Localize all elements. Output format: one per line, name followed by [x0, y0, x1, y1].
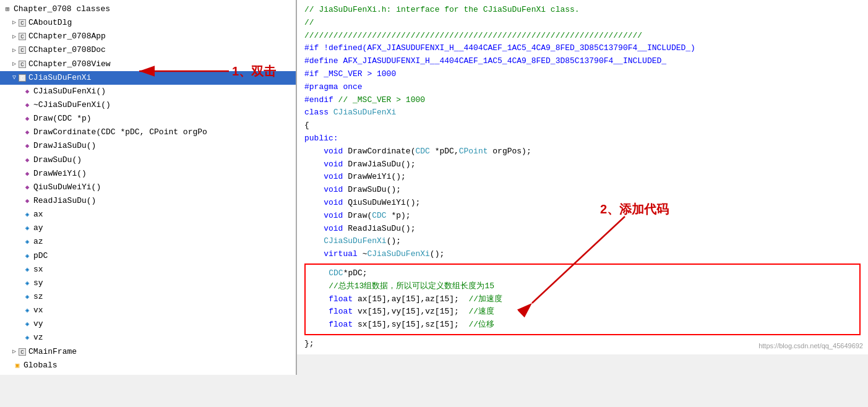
- code-line: #define AFX_JIASUDUFENXI_H__4404CAEF_1AC…: [304, 55, 861, 68]
- field-icon: ◈: [22, 210, 32, 219]
- code-line: float vx[15],vy[15],vz[15]; //速度: [309, 306, 856, 319]
- code-line: //总共13组数据，所以可以定义数组长度为15: [309, 280, 856, 293]
- tree-item-sx[interactable]: ◈sx: [0, 263, 296, 276]
- code-line: #endif // _MSC_VER > 1000: [304, 94, 861, 107]
- tree-item-drawweiyi[interactable]: ◆DrawWeiYi(): [0, 167, 296, 181]
- tree-item-draw[interactable]: ◆Draw(CDC *p): [0, 112, 296, 126]
- tree-item-label: ay: [33, 222, 43, 234]
- tree-item-label: DrawWeiYi(): [33, 168, 87, 180]
- method-icon: ◆: [22, 142, 32, 150]
- tree-item-label: CChapter_0708View: [28, 58, 111, 71]
- tree-item-cchapter0708doc[interactable]: ▷CCChapter_0708Doc: [0, 43, 296, 57]
- code-line: virtual ~CJiaSuDuFenXi();: [304, 248, 861, 261]
- tree-item-label: sx: [33, 263, 43, 276]
- method-icon: ◆: [22, 101, 32, 109]
- code-editor-panel[interactable]: // JiaSuDuFenXi.h: interface for the CJi…: [297, 0, 868, 354]
- tree-item-caboutdlg[interactable]: ▷CCAboutDlg: [0, 16, 296, 30]
- field-icon: ◈: [22, 265, 32, 274]
- field-icon: ◈: [22, 279, 32, 288]
- tree-item-label: CMainFrame: [28, 346, 77, 358]
- code-line: void DrawJiaSuDu();: [304, 158, 861, 171]
- root-icon: ⊞: [2, 5, 12, 14]
- method-icon: ◆: [22, 183, 32, 192]
- plus-icon: ▷: [12, 59, 16, 69]
- method-icon: ◆: [22, 197, 32, 205]
- tree-item-vx[interactable]: ◈vx: [0, 304, 296, 317]
- tree-item-drawsudu[interactable]: ◆DrawSuDu(): [0, 153, 296, 167]
- tree-item-label: ax: [33, 208, 43, 221]
- tree-item-label: Globals: [24, 359, 58, 372]
- code-line: class CJiaSuDuFenXi: [304, 106, 861, 119]
- tree-item-drawjiasude[interactable]: ◆DrawJiaSuDu(): [0, 139, 296, 153]
- field-icon: ◈: [22, 238, 32, 246]
- tree-item-az[interactable]: ◈az: [0, 235, 296, 249]
- tree-item-root[interactable]: ⊞Chapter_0708 classes: [0, 2, 296, 16]
- code-line: void DrawCordinate(CDC *pDC,CPoint orgPo…: [304, 145, 861, 158]
- tree-item-vz[interactable]: ◈vz: [0, 331, 296, 345]
- tree-item-cchapter0708app[interactable]: ▷CCChapter_0708App: [0, 30, 296, 43]
- tree-item-ay[interactable]: ◈ay: [0, 221, 296, 235]
- tree-item-cjiasudu[interactable]: ▽CCJiaSuDuFenXi: [0, 71, 296, 85]
- code-line: float ax[15],ay[15],az[15]; //加速度: [309, 293, 856, 306]
- plus-icon: ▷: [12, 18, 16, 28]
- plus-icon: ▷: [12, 32, 16, 42]
- tree-item-label: Chapter_0708 classes: [14, 3, 110, 15]
- tree-item-label: DrawCordinate(CDC *pDC, CPoint orgPo: [33, 126, 207, 139]
- tree-item-globals[interactable]: ▣Globals: [0, 359, 296, 372]
- code-line: CDC*pDC;: [309, 267, 856, 280]
- minus-icon: ▽: [12, 73, 16, 83]
- class-icon: C: [17, 19, 27, 27]
- tree-item-label: DrawSuDu(): [33, 154, 82, 166]
- code-line: #if _MSC_VER > 1000: [304, 68, 861, 81]
- field-icon: ◈: [22, 252, 32, 260]
- code-line: void QiuSuDuWeiYi();: [304, 197, 861, 210]
- tree-item-label: QiuSuDuWeiYi(): [33, 181, 101, 194]
- tree-item-sy[interactable]: ◈sy: [0, 276, 296, 290]
- tree-item-ax[interactable]: ◈ax: [0, 208, 296, 221]
- tree-item-vy[interactable]: ◈vy: [0, 317, 296, 331]
- tree-item-label: az: [33, 236, 43, 248]
- tree-item-label: CJiaSuDuFenXi: [28, 72, 91, 84]
- class-tree-panel[interactable]: ⊞Chapter_0708 classes▷CCAboutDlg▷CCChapt…: [0, 0, 297, 375]
- tree-item-destructor[interactable]: ◆~CJiaSuDuFenXi(): [0, 98, 296, 112]
- tree-item-drawcordinate[interactable]: ◆DrawCordinate(CDC *pDC, CPoint orgPo: [0, 126, 296, 139]
- folder-icon: ▣: [12, 361, 22, 370]
- class-icon: C: [17, 74, 27, 82]
- field-icon: ◈: [22, 306, 32, 315]
- tree-item-label: ReadJiaSuDu(): [33, 195, 96, 207]
- tree-item-label: vx: [33, 304, 43, 317]
- tree-item-label: Draw(CDC *p): [33, 113, 92, 125]
- code-line: #if !defined(AFX_JIASUDUFENXI_H__4404CAE…: [304, 42, 861, 55]
- tree-item-sz[interactable]: ◈sz: [0, 290, 296, 304]
- tree-item-pdc[interactable]: ◈pDC: [0, 249, 296, 263]
- code-line: // JiaSuDuFenXi.h: interface for the CJi…: [304, 4, 861, 17]
- tree-item-label: sy: [33, 277, 43, 289]
- code-line: {: [304, 119, 861, 132]
- method-icon: ◆: [22, 128, 32, 137]
- tree-item-label: vy: [33, 318, 43, 330]
- right-panel-wrapper: // JiaSuDuFenXi.h: interface for the CJi…: [297, 0, 868, 407]
- class-icon: C: [17, 32, 27, 41]
- code-line: void DrawWeiYi();: [304, 171, 861, 184]
- plus-icon: ▷: [12, 347, 16, 357]
- field-icon: ◈: [22, 293, 32, 301]
- tree-item-label: CJiaSuDuFenXi(): [33, 85, 106, 98]
- tree-item-cmainframe[interactable]: ▷CCMainFrame: [0, 345, 296, 359]
- code-line: float sx[15],sy[15],sz[15]; //位移: [309, 319, 856, 332]
- tree-item-cchapter0708view[interactable]: ▷CCChapter_0708View: [0, 58, 296, 71]
- method-icon: ◆: [22, 169, 32, 178]
- field-icon: ◈: [22, 224, 32, 233]
- tree-item-qiusuduweiya[interactable]: ◆QiuSuDuWeiYi(): [0, 181, 296, 194]
- tree-item-label: pDC: [33, 250, 48, 262]
- code-line: void ReadJiaSuDu();: [304, 223, 861, 236]
- class-icon: C: [17, 46, 27, 54]
- class-icon: C: [17, 348, 27, 356]
- left-panel-wrapper: ⊞Chapter_0708 classes▷CCAboutDlg▷CCChapt…: [0, 0, 297, 407]
- method-icon: ◆: [22, 156, 32, 165]
- tree-item-readjiasude[interactable]: ◆ReadJiaSuDu(): [0, 194, 296, 208]
- code-line: CJiaSuDuFenXi();: [304, 235, 861, 248]
- plus-icon: ▷: [12, 46, 16, 56]
- code-line: void DrawSuDu();: [304, 184, 861, 197]
- tree-item-constructor[interactable]: ◆CJiaSuDuFenXi(): [0, 85, 296, 98]
- method-icon: ◆: [22, 87, 32, 96]
